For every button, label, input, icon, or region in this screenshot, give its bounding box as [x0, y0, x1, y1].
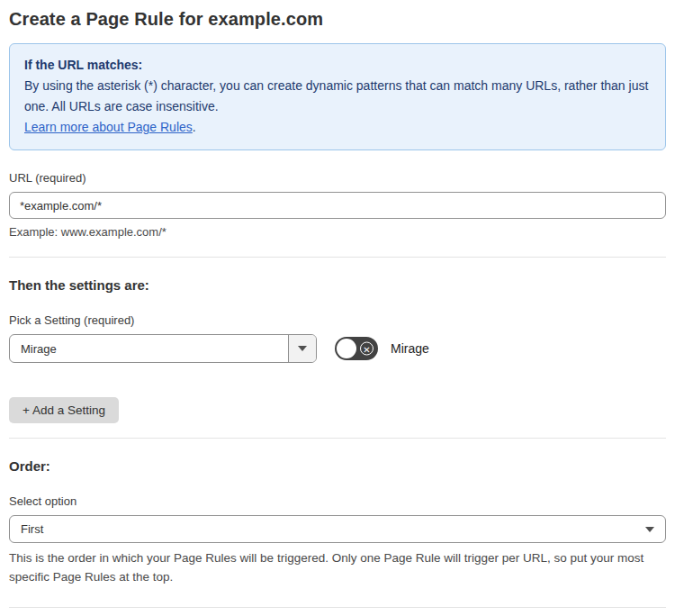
- order-section-heading: Order:: [9, 458, 666, 474]
- url-input[interactable]: [9, 192, 666, 219]
- url-field-label: URL (required): [9, 171, 666, 185]
- setting-select[interactable]: Mirage: [9, 334, 317, 363]
- info-box-heading: If the URL matches:: [24, 55, 651, 76]
- learn-more-link[interactable]: Learn more about Page Rules: [24, 120, 193, 134]
- divider: [9, 607, 666, 608]
- divider: [9, 257, 666, 258]
- chevron-down-icon: [298, 346, 307, 351]
- setting-select-arrow-button[interactable]: [288, 335, 316, 362]
- create-page-rule-form: Create a Page Rule for example.com If th…: [0, 0, 675, 616]
- url-matches-info-box: If the URL matches: By using the asteris…: [9, 43, 666, 150]
- divider: [9, 438, 666, 439]
- x-circle-icon: ✕: [360, 342, 374, 356]
- add-setting-button[interactable]: + Add a Setting: [9, 397, 119, 423]
- order-select[interactable]: First: [9, 515, 666, 543]
- setting-row: Mirage ✕ Mirage: [9, 334, 666, 363]
- toggle-label: Mirage: [391, 341, 429, 356]
- settings-section-heading: Then the settings are:: [9, 277, 666, 293]
- order-select-value: First: [21, 522, 43, 536]
- select-option-label: Select option: [9, 494, 666, 508]
- link-suffix: .: [193, 120, 196, 134]
- info-box-link-line: Learn more about Page Rules.: [24, 117, 651, 138]
- setting-select-value: Mirage: [10, 335, 288, 362]
- order-help-text: This is the order in which your Page Rul…: [9, 548, 666, 586]
- mirage-toggle[interactable]: ✕: [335, 337, 378, 360]
- page-title: Create a Page Rule for example.com: [9, 9, 666, 30]
- url-example-text: Example: www.example.com/*: [9, 225, 666, 239]
- chevron-down-icon: [645, 527, 654, 532]
- toggle-knob: [337, 339, 356, 358]
- pick-setting-label: Pick a Setting (required): [9, 313, 666, 327]
- info-box-body: By using the asterisk (*) character, you…: [24, 76, 651, 117]
